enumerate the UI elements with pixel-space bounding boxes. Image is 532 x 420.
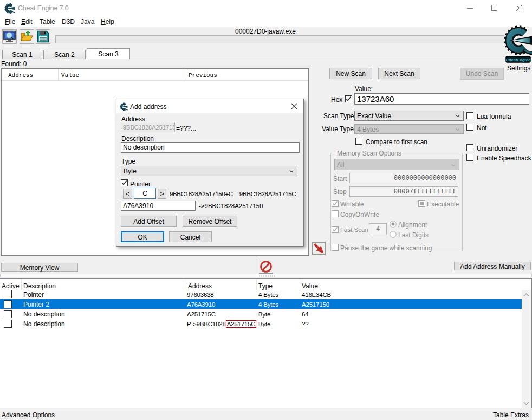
svg-text:CheatEngine: CheatEngine — [506, 57, 531, 62]
